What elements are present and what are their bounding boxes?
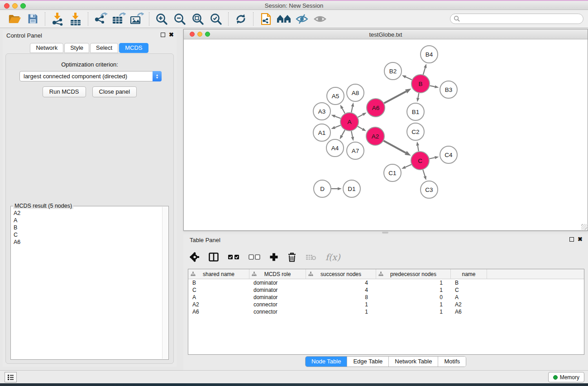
- cell-predecessor-nodes[interactable]: 0: [376, 294, 451, 301]
- criterion-dropdown[interactable]: largest connected component (directed) ▲…: [19, 71, 162, 81]
- graph-node-B2[interactable]: B2: [384, 62, 402, 80]
- graph-node-D1[interactable]: D1: [343, 180, 360, 197]
- cell-successor-nodes[interactable]: 1: [306, 301, 376, 308]
- zoom-fit-button[interactable]: [189, 11, 207, 27]
- graph-edge-A-A4[interactable]: [340, 130, 345, 139]
- tab-node-table[interactable]: Node Table: [306, 357, 348, 367]
- cell-name[interactable]: A2: [451, 301, 487, 308]
- column-header-name[interactable]: name: [451, 269, 487, 279]
- graph-node-B1[interactable]: B1: [407, 103, 424, 120]
- show-column-button[interactable]: [209, 253, 219, 262]
- cell-shared-name[interactable]: A2: [188, 301, 249, 308]
- result-item[interactable]: B: [14, 224, 159, 231]
- export-network-button[interactable]: [91, 11, 110, 27]
- graph-edge-C-C1[interactable]: [402, 164, 411, 169]
- mcds-result-list[interactable]: A2ABCA6: [11, 208, 162, 358]
- graph-edge-A-A5[interactable]: [340, 105, 345, 113]
- cell-predecessor-nodes[interactable]: 1: [376, 301, 451, 308]
- graph-edge-A-A3[interactable]: [331, 115, 341, 119]
- graph-edge-B-B4[interactable]: [423, 64, 427, 75]
- cell-mcds-role[interactable]: dominator: [249, 286, 306, 294]
- cell-predecessor-nodes[interactable]: 1: [376, 308, 451, 315]
- cell-mcds-role[interactable]: connector: [249, 308, 306, 315]
- splitter-handle[interactable]: [382, 232, 388, 234]
- graph-node-B3[interactable]: B3: [440, 81, 457, 98]
- graph-edge-A-A1[interactable]: [331, 125, 340, 129]
- graph-edge-A-A2[interactable]: [358, 126, 366, 131]
- cell-successor-nodes[interactable]: 1: [306, 308, 376, 315]
- float-panel-icon[interactable]: [161, 33, 165, 37]
- tab-style[interactable]: Style: [64, 43, 89, 53]
- hide-graphics-details-button[interactable]: [293, 11, 311, 27]
- cell-successor-nodes[interactable]: 4: [306, 286, 376, 294]
- cell-predecessor-nodes[interactable]: 1: [376, 286, 451, 294]
- close-panel-icon[interactable]: ✖: [169, 32, 174, 38]
- close-panel-icon[interactable]: ✖: [578, 237, 583, 242]
- cell-shared-name[interactable]: A6: [188, 308, 249, 315]
- tab-motifs[interactable]: Motifs: [438, 357, 466, 367]
- graph-node-A1[interactable]: A1: [313, 124, 330, 141]
- graph-node-C4[interactable]: C4: [440, 146, 457, 163]
- table-row[interactable]: Bdominator41B: [188, 279, 584, 286]
- delete-table-button[interactable]: [306, 254, 316, 261]
- cell-name[interactable]: A: [451, 294, 487, 301]
- graph-node-A8[interactable]: A8: [347, 84, 364, 101]
- graph-node-C2[interactable]: C2: [407, 123, 424, 140]
- graph-node-A[interactable]: A: [340, 113, 359, 131]
- memory-button[interactable]: Memory: [548, 372, 584, 382]
- tab-edge-table[interactable]: Edge Table: [347, 357, 389, 367]
- graph-node-A6[interactable]: A6: [367, 99, 385, 117]
- graph-node-A3[interactable]: A3: [313, 103, 330, 120]
- refresh-view-button[interactable]: [232, 11, 250, 27]
- column-header-successor-nodes[interactable]: successor nodes: [306, 269, 376, 279]
- float-panel-icon[interactable]: [569, 237, 574, 242]
- resize-grip-icon[interactable]: [581, 224, 587, 230]
- import-table-button[interactable]: [67, 11, 85, 27]
- graph-edge-A-A7[interactable]: [351, 131, 354, 141]
- zoom-out-button[interactable]: [171, 11, 189, 27]
- tab-mcds[interactable]: MCDS: [119, 43, 148, 53]
- run-mcds-button[interactable]: Run MCDS: [43, 86, 86, 97]
- graph-edge-C-C2[interactable]: [416, 142, 420, 152]
- cell-name[interactable]: C: [451, 286, 487, 294]
- add-row-button[interactable]: [269, 253, 278, 262]
- result-item[interactable]: A: [14, 217, 159, 224]
- clone-network-button[interactable]: [257, 11, 275, 27]
- column-header-mcds-role[interactable]: MCDS role: [249, 269, 306, 279]
- node-table[interactable]: shared nameMCDS rolesuccessor nodesprede…: [188, 269, 584, 355]
- cell-successor-nodes[interactable]: 4: [306, 279, 376, 286]
- graph-node-C3[interactable]: C3: [421, 181, 438, 198]
- deselect-all-button[interactable]: [249, 254, 260, 260]
- column-header-predecessor-nodes[interactable]: predecessor nodes: [376, 269, 451, 279]
- graph-edge-D-D1[interactable]: [331, 187, 342, 191]
- table-row[interactable]: A6connector11A6: [188, 308, 584, 315]
- column-header-shared-name[interactable]: shared name: [188, 269, 249, 279]
- cell-mcds-role[interactable]: dominator: [249, 294, 306, 301]
- table-row[interactable]: Cdominator41C: [188, 286, 584, 294]
- graph-edge-A-A8[interactable]: [351, 103, 354, 113]
- cell-name[interactable]: A6: [451, 308, 487, 315]
- graph-edge-C-C3[interactable]: [423, 170, 426, 180]
- table-row[interactable]: Adominator80A: [188, 294, 584, 301]
- tab-select[interactable]: Select: [90, 43, 118, 53]
- open-session-button[interactable]: [5, 11, 24, 27]
- import-network-button[interactable]: [48, 11, 67, 27]
- cell-mcds-role[interactable]: connector: [249, 301, 306, 308]
- zoom-in-button[interactable]: [153, 11, 171, 27]
- graph-edge-A6-B[interactable]: [384, 89, 411, 103]
- cell-shared-name[interactable]: C: [188, 286, 249, 294]
- function-builder-button[interactable]: f(x): [325, 252, 340, 262]
- tab-network[interactable]: Network: [30, 43, 63, 53]
- result-item[interactable]: C: [14, 231, 159, 238]
- cell-shared-name[interactable]: A: [188, 294, 249, 301]
- network-canvas[interactable]: B4B2BB3A8A5A6A3B1AC2A1A2A4A7C4CC1DD1C3: [184, 39, 588, 230]
- show-graphics-details-button[interactable]: [311, 11, 329, 27]
- export-image-button[interactable]: [128, 11, 146, 27]
- graph-edge-B-B3[interactable]: [430, 85, 439, 88]
- cell-predecessor-nodes[interactable]: 1: [376, 279, 451, 286]
- graph-node-A2[interactable]: A2: [366, 127, 384, 145]
- table-settings-button[interactable]: [190, 252, 200, 262]
- graph-node-C[interactable]: C: [411, 152, 429, 170]
- table-row[interactable]: A2connector11A2: [188, 301, 584, 308]
- graph-node-C1[interactable]: C1: [384, 164, 401, 181]
